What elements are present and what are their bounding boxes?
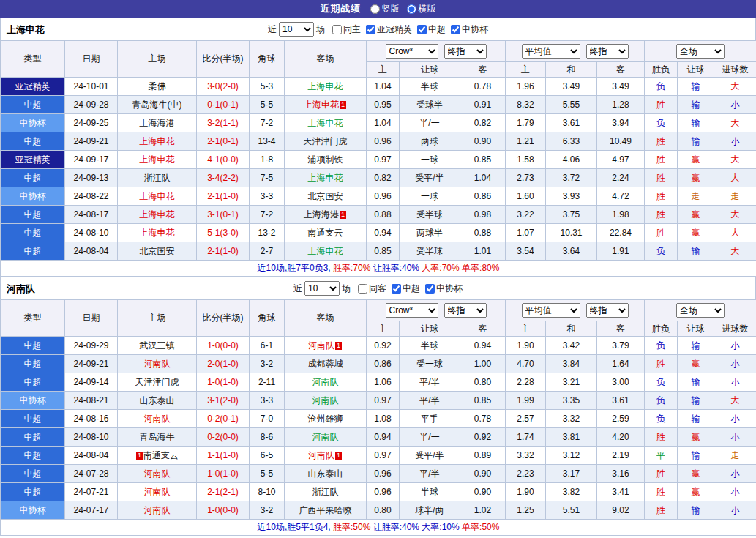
result-cell: 胜 [645, 224, 678, 242]
filter-checkbox[interactable]: 中超 [417, 23, 446, 36]
result-cell: 小 [714, 410, 756, 428]
filter-checkbox-input[interactable] [392, 284, 401, 294]
filter-checkbox[interactable]: 中协杯 [451, 23, 488, 36]
team-name: 河南队 [312, 377, 339, 387]
filter-checkbox[interactable]: 亚冠精英 [366, 23, 412, 36]
odds-cell: 2.28 [506, 373, 546, 392]
odds-cell: 0.86 [367, 355, 400, 373]
average-final-select[interactable]: 终指 [586, 303, 629, 318]
match-row: 中超24-09-29武汉三镇1-0(0-0)6-1河南队10.92半球0.941… [1, 337, 756, 355]
bookmaker-final-select[interactable]: 终指 [444, 303, 487, 318]
result-text: 赢 [692, 154, 700, 165]
near-label: 近 [293, 283, 302, 295]
col-header-date: 日期 [65, 41, 118, 78]
col-header-type: 类型 [1, 41, 65, 78]
odds-cell: 1.90 [506, 337, 546, 355]
odds-cell: 0.80 [367, 501, 400, 520]
filter-checkbox-input[interactable] [425, 284, 435, 294]
team-name: 上海申花 [308, 173, 343, 183]
odds-cell: 3.12 [546, 447, 597, 465]
result-text: 赢 [692, 228, 700, 238]
filter-checkbox-input[interactable] [358, 284, 367, 294]
away-team-cell: 广西平果哈嘹 [285, 501, 367, 520]
fulltime-select[interactable]: 全场 [676, 303, 725, 318]
games-count-select[interactable]: 10 [304, 281, 340, 296]
match-date-cell: 24-08-17 [65, 206, 118, 224]
col-header-score: 比分(半场) [197, 41, 250, 78]
bookmaker-select[interactable]: Crow* [386, 303, 438, 318]
bookmaker-select[interactable]: Crow* [386, 44, 438, 59]
match-type-cell: 中超 [1, 132, 65, 151]
filter-checkbox[interactable]: 同客 [358, 283, 386, 295]
team-name: 河南队 [144, 487, 171, 497]
away-team-cell: 河南队 [285, 392, 367, 410]
filter-bar: 近 10 场 同客中超中协杯 [293, 281, 463, 296]
summary-segment: 单率:80% [460, 263, 500, 273]
result-cell: 输 [678, 78, 714, 96]
home-team-cell: 河南队 [118, 501, 197, 520]
result-text: 走 [731, 450, 740, 460]
home-team-cell: 浙江队 [118, 169, 197, 187]
col-header-corner: 角球 [250, 41, 285, 78]
odds-cell: 2.19 [597, 447, 645, 465]
result-cell: 大 [714, 224, 756, 242]
odds-cell: 2.23 [506, 465, 546, 483]
result-text: 小 [731, 487, 740, 497]
odds-cell: 4.72 [597, 187, 645, 206]
layout-radio[interactable]: 横版 [407, 3, 436, 15]
games-label: 场 [342, 283, 351, 295]
odds-cell: 3.75 [546, 206, 597, 224]
corner-cell: 5-5 [250, 465, 285, 483]
away-team-cell: 上海申花 [285, 78, 367, 96]
result-cell: 赢 [678, 465, 714, 483]
match-type-cell: 中协杯 [1, 392, 65, 410]
team-name: 河南队 [144, 505, 171, 515]
odds-cell: 0.97 [367, 392, 400, 410]
corner-cell: 13-4 [250, 132, 285, 151]
filter-checkbox-input[interactable] [332, 25, 342, 34]
team-name: 武汉三镇 [140, 340, 175, 351]
fulltime-select[interactable]: 全场 [676, 44, 725, 59]
filter-checkbox-input[interactable] [451, 25, 460, 34]
topbar: 近期战绩 竖版横版 [0, 0, 756, 18]
team-name: 青岛海牛 [140, 432, 175, 442]
odds-cell: 1.25 [506, 501, 546, 520]
home-team-cell: 上海申花 [118, 206, 197, 224]
odds-cell: 1.02 [460, 501, 506, 520]
filter-checkbox-input[interactable] [417, 25, 427, 34]
odds-cell: 1.60 [506, 187, 546, 206]
odds-cell: 4.97 [597, 151, 645, 169]
layout-radio-input[interactable] [370, 4, 380, 14]
match-date-cell: 24-09-13 [65, 169, 118, 187]
near-label: 近 [268, 23, 277, 36]
filter-checkbox-input[interactable] [366, 25, 375, 34]
result-text: 输 [692, 118, 700, 128]
filter-checkbox[interactable]: 同主 [332, 23, 361, 36]
match-row: 中超24-07-28河南队1-0(1-0)5-5山东泰山0.96平/半0.902… [1, 465, 756, 483]
result-cell: 胜 [645, 187, 678, 206]
away-team-cell: 上海申花 [285, 242, 367, 261]
odds-cell: 5.55 [546, 96, 597, 114]
result-cell: 赢 [678, 428, 714, 447]
layout-radio[interactable]: 竖版 [370, 3, 400, 15]
odds-cell: 0.85 [460, 151, 506, 169]
result-text: 小 [731, 505, 740, 515]
odds-cell: 1.58 [506, 151, 546, 169]
average-select[interactable]: 平均值 [522, 44, 580, 59]
odds-cell: 3.82 [546, 483, 597, 501]
away-team-cell: 河南队1 [285, 447, 367, 465]
filter-checkbox[interactable]: 中超 [392, 283, 420, 295]
games-label: 场 [316, 23, 325, 36]
average-final-select[interactable]: 终指 [586, 44, 629, 59]
odds-cell: 0.90 [460, 132, 506, 151]
filter-checkbox[interactable]: 中协杯 [425, 283, 463, 295]
result-cell: 大 [714, 114, 756, 132]
average-select[interactable]: 平均值 [522, 303, 580, 318]
layout-radio-input[interactable] [407, 4, 416, 14]
games-count-select[interactable]: 10 [279, 22, 314, 37]
odds-cell: 0.90 [460, 465, 506, 483]
bookmaker-final-select[interactable]: 终指 [444, 44, 487, 59]
odds-cell: 3.41 [597, 483, 645, 501]
odds-cell: 3.94 [597, 114, 645, 132]
home-team-cell: 河南队 [118, 483, 197, 501]
